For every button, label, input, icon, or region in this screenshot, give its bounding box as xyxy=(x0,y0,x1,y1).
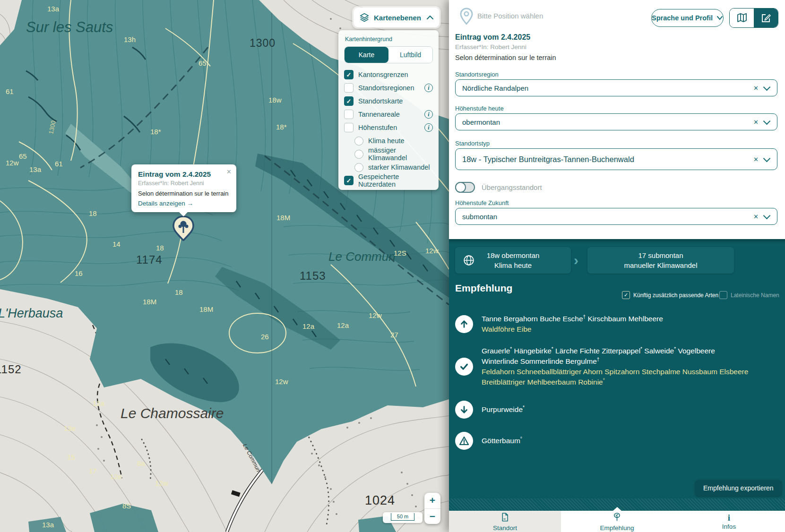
map-label: 16 xyxy=(75,269,83,277)
popup-title: Eintrag vom 2.4.2025 xyxy=(138,170,230,179)
zoom-out-button[interactable]: − xyxy=(424,509,440,524)
layer-row[interactable]: ✓Standortskarte xyxy=(344,94,433,108)
chevron-down-icon xyxy=(716,16,723,20)
species-row: Tanne Bergahorn Buche Esche† Kirschbaum … xyxy=(455,314,779,335)
map-label: 12w xyxy=(425,247,439,255)
standortsregion-select[interactable]: Nördliche Randalpen ✕ xyxy=(455,79,777,96)
info-icon[interactable]: i xyxy=(424,110,433,119)
bg-luftbild-button[interactable]: Luftbild xyxy=(388,47,432,63)
layer-row[interactable]: ✓Gespeicherte Nutzerdaten xyxy=(344,174,433,187)
radio-button[interactable] xyxy=(354,163,363,172)
chevron-down-icon[interactable] xyxy=(763,212,771,219)
chevron-down-icon[interactable] xyxy=(763,154,771,162)
popup-author: Erfasser*In: Robert Jenni xyxy=(138,180,230,187)
chevron-down-icon[interactable] xyxy=(763,83,771,91)
climate-future-line2: manueller Klimawandel xyxy=(624,260,697,270)
map-label: 12S xyxy=(394,249,406,257)
standortstyp-select[interactable]: 18w - Typischer Buntreitgras-Tannen-Buch… xyxy=(455,148,777,170)
map-label: 1152 xyxy=(0,363,22,376)
layer-label: Klima heute xyxy=(368,137,405,145)
map-label: 27 xyxy=(390,331,398,339)
checkbox[interactable] xyxy=(344,83,354,93)
checkbox[interactable]: ✓ xyxy=(344,70,354,79)
map-label: 18* xyxy=(150,128,161,136)
export-recommendation-button[interactable]: Empfehlung exportieren xyxy=(695,480,782,496)
radio-button[interactable] xyxy=(354,150,363,159)
zoom-in-button[interactable]: + xyxy=(424,493,440,508)
checkbox[interactable]: ✓ xyxy=(344,176,354,185)
tree-icon xyxy=(612,512,622,524)
layer-row[interactable]: Klima heute xyxy=(354,134,433,147)
language-profile-button[interactable]: Sprache und Profil xyxy=(651,9,724,27)
document-icon xyxy=(500,512,510,524)
map-label: Le Commun xyxy=(328,249,396,264)
region-label: Standortsregion xyxy=(455,71,499,78)
tab-standort[interactable]: Standort xyxy=(449,511,561,532)
map-view-button[interactable] xyxy=(730,9,754,27)
layer-row[interactable]: Tannenarealei xyxy=(344,108,433,121)
clear-icon[interactable]: ✕ xyxy=(750,85,761,92)
layer-row[interactable]: Standortsregioneni xyxy=(344,81,433,94)
map-label: 8a xyxy=(137,459,145,467)
map-label: 13h xyxy=(124,35,136,43)
info-icon[interactable]: i xyxy=(424,84,433,92)
clear-icon[interactable]: ✕ xyxy=(750,156,761,163)
clear-icon[interactable]: ✕ xyxy=(750,213,761,220)
globe-icon xyxy=(463,254,475,266)
species-text: Götterbaum° xyxy=(482,436,522,446)
layers-button[interactable]: Kartenebenen xyxy=(354,8,440,27)
layer-label: mässiger Klimawandel xyxy=(368,146,433,162)
side-panel: Bitte Position wählen Sprache und Profil… xyxy=(449,0,785,532)
layer-label: Gespeicherte Nutzerdaten xyxy=(358,173,433,188)
checkbox[interactable] xyxy=(344,110,354,119)
hoehenstufe-heute-select[interactable]: obermontan ✕ xyxy=(455,113,777,130)
active-tab-notch xyxy=(612,507,622,511)
map-label: 18 xyxy=(156,244,164,252)
info-icon[interactable]: i xyxy=(424,123,433,132)
close-icon[interactable]: ✕ xyxy=(226,168,232,175)
map-marker-pin[interactable] xyxy=(173,215,194,241)
layer-row[interactable]: Höhenstufeni xyxy=(344,121,433,134)
map-label: 14 xyxy=(112,240,121,248)
future-species-filter[interactable]: ✓ Künftig zusätzlich passende Arten xyxy=(622,291,718,299)
scale-label: 50 m xyxy=(391,513,414,521)
entry-note: Selon détermination sur le terrain xyxy=(455,54,556,61)
checkbox[interactable] xyxy=(719,291,727,299)
species-row: Purpurweide* xyxy=(455,401,779,419)
layer-row[interactable]: ✓Kantonsgrenzen xyxy=(344,68,433,81)
hoehenstufe-zukunft-select[interactable]: submontan ✕ xyxy=(455,208,777,225)
tab-empfehlung[interactable]: Empfehlung xyxy=(561,511,673,532)
checkbox[interactable] xyxy=(344,123,354,132)
bg-karte-button[interactable]: Karte xyxy=(345,47,388,63)
radio-button[interactable] xyxy=(354,137,363,146)
entry-author: Erfasser*In: Robert Jenni xyxy=(455,43,526,51)
checkbox[interactable]: ✓ xyxy=(344,96,354,106)
map-label: 12w xyxy=(6,159,19,167)
position-pin-icon xyxy=(458,7,474,26)
filter-label: Künftig zusätzlich passende Arten xyxy=(633,292,718,299)
zoom-controls: + − xyxy=(424,493,440,524)
details-link[interactable]: Details anzeigen → xyxy=(138,200,193,207)
tab-infos[interactable]: iInfos xyxy=(673,511,785,532)
map-label: 12w xyxy=(369,311,382,319)
uebergangsstandort-toggle[interactable] xyxy=(455,182,475,193)
edit-view-button[interactable] xyxy=(754,9,778,27)
layer-row[interactable]: starker Klimawandel xyxy=(354,161,433,174)
map[interactable]: 13aSur les Sauts13h1300656118w18*18*1300… xyxy=(0,0,449,532)
region-value: Nördliche Randalpen xyxy=(462,84,528,92)
checkbox[interactable]: ✓ xyxy=(622,291,630,299)
climate-today-line1: 18w obermontan xyxy=(487,250,540,260)
layer-label: starker Klimawandel xyxy=(368,163,430,171)
layer-label: Tannenareale xyxy=(358,111,400,118)
latin-names-filter[interactable]: Lateinische Namen xyxy=(719,291,779,299)
map-label: 12w xyxy=(275,378,288,386)
filter-label: Lateinische Namen xyxy=(731,292,779,299)
chevron-down-icon[interactable] xyxy=(763,117,771,125)
clear-icon[interactable]: ✕ xyxy=(750,119,761,126)
recommendation-title: Empfehlung xyxy=(455,283,512,294)
chevron-up-icon xyxy=(426,15,434,20)
layer-row[interactable]: mässiger Klimawandel xyxy=(354,147,433,161)
layer-label: Standortskarte xyxy=(358,97,403,105)
map-label: 1024 xyxy=(365,493,395,508)
map-label: 18M xyxy=(199,305,213,313)
